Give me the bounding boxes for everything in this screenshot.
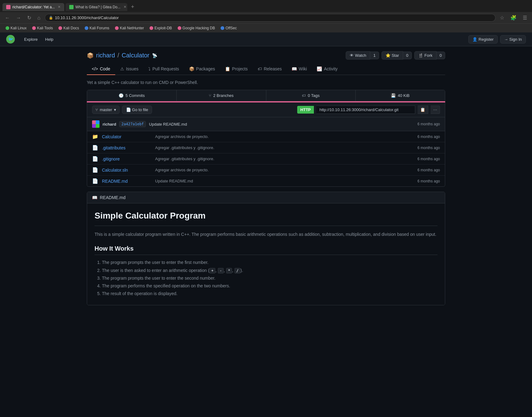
- repo-description: Yet a simple C++ calculator to run on CM…: [87, 80, 445, 85]
- watch-label: Watch: [355, 53, 366, 58]
- watch-count[interactable]: 1: [370, 52, 379, 59]
- watch-button[interactable]: 👁 Watch: [346, 51, 370, 60]
- bookmark-offsec[interactable]: OffSec: [218, 25, 239, 31]
- tab-issues[interactable]: ⚠ Issues: [115, 63, 143, 75]
- activity-tab-label: Activity: [324, 66, 337, 71]
- code-plus: +: [209, 268, 215, 273]
- file-name-gitattributes[interactable]: .gitattributes: [102, 145, 151, 150]
- commit-message: Update README.md: [149, 122, 187, 127]
- http-button[interactable]: HTTP: [297, 106, 314, 114]
- bookmark-kali-docs[interactable]: Kali Docs: [56, 25, 82, 31]
- gitea-header-right: 👤 Register → Sign In: [468, 35, 526, 44]
- file-commit-calculator: Agregar archivos de proyecto.: [155, 134, 414, 139]
- file-doc-icon-2: 📄: [92, 156, 98, 162]
- bookmark-label-exploit-db: Exploit-DB: [154, 26, 172, 30]
- back-button[interactable]: ←: [3, 15, 12, 21]
- file-name-gitignore[interactable]: .gitignore: [102, 156, 151, 161]
- bookmark-kali-forums[interactable]: Kali Forums: [82, 25, 112, 31]
- go-to-file-button[interactable]: 📄 Go to file: [122, 106, 152, 114]
- readme-header: 📖 README.md: [87, 192, 445, 203]
- go-to-file-label: Go to file: [132, 107, 148, 112]
- browser-navbar: ← → ↻ ⌂ 🔒 10.10.11.26:3000/richard/Calcu…: [0, 12, 532, 23]
- register-button[interactable]: 👤 Register: [468, 35, 497, 44]
- commit-author-name[interactable]: richard: [103, 122, 116, 127]
- bookmark-kali-nethunter[interactable]: Kali NetHunter: [112, 25, 146, 31]
- star-button[interactable]: ⭐ Star: [382, 51, 403, 60]
- tab-code[interactable]: </> Code: [87, 63, 115, 75]
- fork-count[interactable]: 0: [437, 52, 445, 59]
- bookmark-kali-tools[interactable]: Kali Tools: [30, 25, 55, 31]
- gitea-logo[interactable]: 🐦: [6, 35, 15, 44]
- repo-title: 📦 richard / Calculator 📡: [87, 52, 157, 59]
- branch-selector[interactable]: ⑂ master ▾: [92, 106, 120, 114]
- bookmark-icon-kali-linux: [6, 26, 9, 30]
- bookmark-button[interactable]: ☆: [498, 14, 506, 21]
- tab-wiki[interactable]: 📖 Wiki: [287, 63, 312, 75]
- rss-icon[interactable]: 📡: [152, 53, 157, 58]
- tab-close-2[interactable]: ✕: [124, 5, 126, 9]
- file-time-calculator-sln: 6 months ago: [417, 168, 440, 172]
- clone-url-input[interactable]: [316, 106, 415, 114]
- tab-close-1[interactable]: ✕: [58, 5, 61, 9]
- branches-icon: ⑂: [209, 93, 211, 98]
- more-options-button[interactable]: ⋯: [431, 106, 440, 114]
- tab-label-2: What is Gitea? | Gitea Do...: [75, 5, 120, 9]
- bookmark-google-hacking[interactable]: Google Hacking DB: [175, 25, 217, 31]
- bookmark-label-kali-nethunter: Kali NetHunter: [120, 26, 144, 30]
- copy-url-button[interactable]: 📋: [418, 106, 428, 114]
- file-commit-calculator-sln: Agregar archivos de proyecto.: [155, 168, 414, 172]
- readme-content: Simple Calculator Program This is a simp…: [87, 203, 445, 305]
- bookmark-label-offsec: OffSec: [226, 26, 237, 30]
- tags-label: 0 Tags: [308, 93, 319, 98]
- browser-tab-2[interactable]: What is Gitea? | Gitea Do... ✕: [65, 3, 127, 11]
- file-name-calculator[interactable]: Calculator: [102, 134, 151, 139]
- explore-nav-link[interactable]: Explore: [21, 36, 41, 43]
- browser-tab-1[interactable]: richard/Calculator: Yet a... ✕: [2, 3, 64, 11]
- commit-hash[interactable]: 2a427a1ebf: [119, 121, 146, 127]
- sign-in-button[interactable]: → Sign In: [500, 35, 526, 44]
- repo-header: 📦 richard / Calculator 📡 👁 Watch 1 ⭐ Sta…: [87, 51, 445, 60]
- readme-book-icon: 📖: [92, 195, 97, 200]
- stat-tags[interactable]: 🏷 0 Tags: [266, 90, 356, 101]
- repo-owner-link[interactable]: richard: [96, 52, 115, 59]
- file-commit-gitignore: Agregar .gitattributes y .gitignore.: [155, 156, 414, 161]
- address-bar[interactable]: 🔒 10.10.11.26:3000/richard/Calculator: [45, 14, 496, 22]
- bookmark-icon-kali-tools: [32, 26, 36, 30]
- repo-name-link[interactable]: Calculator: [122, 52, 150, 59]
- tab-releases[interactable]: 🏷 Releases: [253, 63, 287, 75]
- bookmark-icon-kali-forums: [85, 26, 88, 30]
- code-tab-label: Code: [100, 66, 110, 71]
- lock-icon: 🔒: [49, 16, 53, 20]
- home-button[interactable]: ⌂: [36, 15, 42, 21]
- stat-commits[interactable]: 🕒 5 Commits: [87, 90, 177, 101]
- bookmark-exploit-db[interactable]: Exploit-DB: [147, 25, 175, 31]
- extensions-button[interactable]: 🧩: [509, 14, 518, 21]
- file-name-calculator-sln[interactable]: Calculator.sln: [102, 168, 151, 173]
- file-name-readme[interactable]: README.md: [102, 179, 151, 184]
- commit-time: 6 months ago: [417, 122, 440, 126]
- commits-label: 5 Commits: [125, 93, 145, 98]
- code-minus: -: [218, 268, 224, 273]
- packages-tab-label: Packages: [196, 66, 215, 71]
- forward-button[interactable]: →: [14, 15, 23, 21]
- readme-how-it-works-heading: How It Works: [95, 245, 437, 255]
- file-row-gitattributes: 📄 .gitattributes Agregar .gitattributes …: [87, 142, 445, 153]
- new-tab-button[interactable]: +: [129, 2, 137, 12]
- bookmark-kali-linux[interactable]: Kali Linux: [3, 25, 29, 31]
- branch-label: master: [100, 107, 112, 112]
- tab-packages[interactable]: 📦 Packages: [184, 63, 220, 75]
- reload-button[interactable]: ↻: [25, 14, 33, 21]
- stat-size[interactable]: 💾 40 KiB: [356, 90, 445, 101]
- sign-in-icon: →: [504, 37, 508, 42]
- help-nav-link[interactable]: Help: [42, 36, 57, 43]
- fork-button[interactable]: 🍴 Fork: [414, 51, 437, 60]
- star-count[interactable]: 0: [403, 52, 412, 59]
- size-label: 40 KiB: [398, 93, 409, 98]
- tab-projects[interactable]: 📋 Projects: [220, 63, 253, 75]
- file-row-readme: 📄 README.md Update README.md 6 months ag…: [87, 176, 445, 186]
- stat-branches[interactable]: ⑂ 2 Branches: [177, 90, 266, 101]
- tab-activity[interactable]: 📈 Activity: [312, 63, 342, 75]
- readme-filename: README.md: [100, 195, 125, 200]
- tab-pull-requests[interactable]: ⤵ Pull Requests: [143, 63, 184, 75]
- menu-button[interactable]: ☰: [521, 14, 529, 21]
